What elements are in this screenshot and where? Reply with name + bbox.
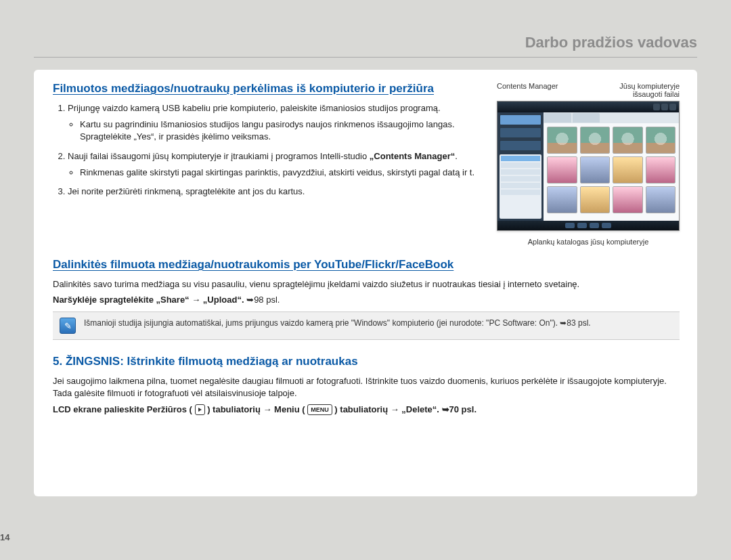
section-share: Dalinkitės filmuota medžiaga/nuotraukomi…: [53, 258, 680, 340]
thumbnail: [613, 186, 643, 213]
list-text: Rinkmenas galite skirstyti pagal skirtin…: [80, 167, 479, 179]
list-text: Kartu su pagrindiniu Išmaniosios studijo…: [80, 119, 479, 143]
figure-caption-bottom: Aplankų katalogas jūsų kompiuteryje: [497, 238, 680, 246]
list-text: Prijungę vaizdo kamerą USB kabeliu prie …: [68, 103, 441, 113]
app-tabs: [544, 112, 679, 123]
thumbnail: [646, 156, 676, 184]
instr-text: „Upload“.: [203, 295, 246, 305]
section2-title: Dalinkitės filmuota medžiaga/nuotraukomi…: [53, 258, 680, 272]
thumbnail: [547, 156, 577, 184]
list-item: Prijungę vaizdo kamerą USB kabeliu prie …: [68, 102, 479, 144]
thumbnail-grid: [544, 123, 679, 221]
figure-label-right-2: išsaugoti failai: [619, 90, 680, 98]
thumbnail: [580, 156, 611, 184]
instr-text: ) tabuliatorių → Meniu (: [207, 404, 305, 414]
section3-paragraph: Jei saugojimo laikmena pilna, tuomet neg…: [53, 375, 680, 400]
instr-text: LCD ekrane palieskite Peržiūros (: [53, 404, 192, 414]
figure-label-left: Contents Manager: [497, 82, 558, 98]
app-titlebar: [497, 102, 679, 112]
note-box: ✎ Išmanioji studija įsijungia automatišk…: [53, 311, 680, 340]
thumbnail: [580, 186, 611, 213]
section3-title: 5. ŽINGSNIS: Ištrinkite filmuotą medžiag…: [53, 355, 680, 368]
list-item: Nauji failai išsaugomi jūsų kompiuteryje…: [68, 150, 479, 179]
menu-icon: MENU: [307, 404, 332, 415]
thumbnail: [580, 127, 611, 154]
folder-tree: [500, 154, 541, 219]
list-text: .: [455, 151, 458, 161]
list-item: Jei norite peržiūrėti rinkmeną, spragtel…: [68, 186, 479, 198]
app-window-screenshot: [497, 101, 680, 231]
page-header-title: Darbo pradžios vadovas: [34, 34, 697, 58]
manual-page: Darbo pradžios vadovas Filmuotos medžiag…: [0, 0, 731, 560]
page-number: 14: [0, 532, 9, 542]
contents-manager-label: „Contents Manager“: [370, 151, 455, 161]
thumbnail: [646, 127, 676, 154]
app-sidebar: [497, 112, 544, 221]
thumbnail: [547, 186, 577, 213]
list-text: Jei norite peržiūrėti rinkmeną, spragtel…: [68, 186, 305, 196]
list-text: Nauji failai išsaugomi jūsų kompiuteryje…: [68, 151, 370, 161]
figure-label-right-1: Jūsų kompiuteryje: [619, 82, 680, 90]
section2-paragraph: Dalinkitės savo turima medžiaga su visu …: [53, 278, 680, 290]
arrow-icon: →: [192, 295, 200, 305]
section-delete: 5. ŽINGSNIS: Ištrinkite filmuotą medžiag…: [53, 355, 680, 415]
content-box: Filmuotos medžiagos/nuotraukų perkėlimas…: [34, 70, 697, 496]
section1-list: Prijungę vaizdo kamerą USB kabeliu prie …: [53, 102, 479, 198]
instr-text: ) tabuliatorių → „Delete“. ➥70 psl.: [334, 404, 477, 414]
section2-instruction: Naršyklėje spragtelėkite „Share“ → „Uplo…: [53, 295, 680, 305]
instr-text: Naršyklėje spragtelėkite „Share“: [53, 295, 192, 305]
thumbnail: [613, 127, 643, 154]
play-icon: [195, 404, 205, 415]
page-ref: ➥98 psl.: [246, 295, 280, 305]
section1-title: Filmuotos medžiagos/nuotraukų perkėlimas…: [53, 82, 479, 95]
section-transfer: Filmuotos medžiagos/nuotraukų perkėlimas…: [53, 82, 680, 246]
thumbnail: [547, 127, 577, 154]
thumbnail: [613, 156, 643, 184]
thumbnail: [646, 186, 676, 213]
note-icon: ✎: [60, 318, 76, 334]
figure-intelli-studio: Contents Manager Jūsų kompiuteryje išsau…: [497, 82, 680, 246]
section3-instruction: LCD ekrane palieskite Peržiūros ( ) tabu…: [53, 404, 680, 416]
note-text: Išmanioji studija įsijungia automatiškai…: [84, 318, 591, 329]
app-bottom-bar: [497, 221, 679, 230]
